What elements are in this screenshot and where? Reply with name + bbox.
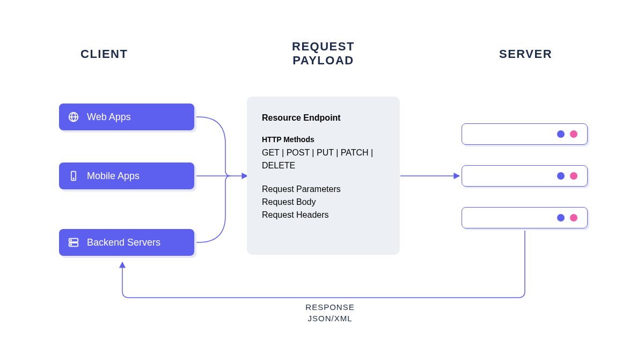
payload-title: Resource Endpoint [262,112,385,124]
payload-methods: GET | POST | PUT | PATCH | DELETE [262,146,385,172]
response-line2: JSON/XML [308,314,352,323]
server-node-3 [462,207,588,228]
svg-point-5 [71,240,72,241]
payload-line-headers: Request Headers [262,209,385,221]
heading-server: SERVER [499,47,552,61]
globe-icon [68,111,79,123]
status-dot-pink-icon [570,172,577,180]
payload-methods-heading: HTTP Methods [262,134,385,145]
svg-point-2 [73,178,74,179]
response-line1: RESPONSE [305,302,354,312]
payload-line-body: Request Body [262,196,385,209]
client-chip-web-label: Web Apps [87,112,131,123]
client-chip-backend-label: Backend Servers [87,237,160,248]
heading-payload-l1: REQUEST [292,40,355,53]
status-dot-blue-icon [557,130,565,138]
payload-card: Resource Endpoint HTTP Methods GET | POS… [247,97,400,255]
client-chip-mobile: Mobile Apps [59,162,194,189]
server-node-1 [462,123,588,145]
svg-point-6 [71,244,72,245]
status-dot-blue-icon [557,214,565,221]
heading-payload: REQUEST PAYLOAD [247,40,400,68]
status-dot-pink-icon [570,214,577,221]
payload-line-params: Request Parameters [262,183,385,196]
heading-payload-l2: PAYLOAD [292,54,354,67]
response-label: RESPONSE JSON/XML [298,301,362,324]
mobile-icon [68,170,79,182]
status-dot-pink-icon [570,130,577,138]
server-node-2 [462,165,588,187]
server-icon [68,237,79,248]
status-dot-blue-icon [557,172,565,180]
client-chip-mobile-label: Mobile Apps [87,171,140,182]
diagram-stage: CLIENT REQUEST PAYLOAD SERVER Web Apps M… [0,0,644,362]
client-chip-web: Web Apps [59,104,194,130]
heading-client: CLIENT [80,47,128,61]
client-chip-backend: Backend Servers [59,229,194,256]
